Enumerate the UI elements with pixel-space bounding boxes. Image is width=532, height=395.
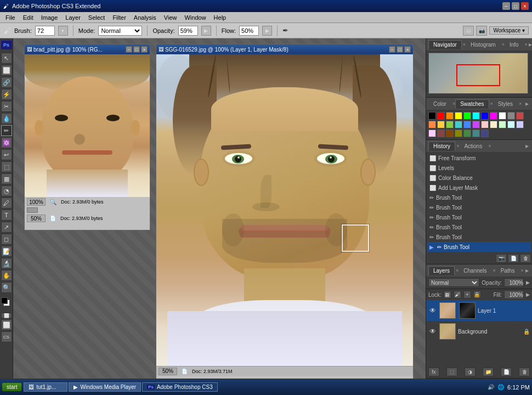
menu-select[interactable]: Select [85, 13, 109, 22]
opacity-input[interactable] [178, 26, 198, 36]
opacity-arrow-btn[interactable]: ▶ [201, 26, 211, 36]
history-item-2[interactable]: ⬜ Color Balance [427, 173, 531, 183]
taskbar-item-ps[interactable]: Ps Adobe Photoshop CS3 [142, 382, 218, 392]
swatch-black[interactable] [428, 112, 436, 120]
layer-item-1[interactable]: 👁 Layer 1 [426, 300, 532, 321]
paths-tab-close[interactable]: × [520, 268, 523, 273]
screen-mode-btn[interactable]: ⬜ [1, 319, 12, 330]
swatch-yellow[interactable] [455, 112, 462, 120]
eraser-btn[interactable]: ⬚ [1, 161, 12, 172]
menu-edit[interactable]: Edit [20, 13, 37, 22]
swatch-2[interactable] [428, 121, 436, 128]
eyedropper-btn[interactable]: 💧 [1, 113, 12, 124]
fill-input[interactable] [504, 290, 524, 299]
path-select-btn[interactable]: ↗ [1, 222, 12, 233]
history-delete-btn[interactable]: 🗑 [520, 254, 531, 263]
lock-transparent-btn[interactable]: ▦ [444, 291, 451, 298]
swatches-tab[interactable]: Swatches [455, 99, 489, 109]
lock-all-btn[interactable]: 🔒 [473, 291, 481, 298]
swatch-17[interactable] [463, 129, 471, 137]
history-item-0[interactable]: ⬜ Free Transform [427, 153, 531, 163]
doc1-hscrollbar[interactable] [25, 207, 150, 213]
swatch-4[interactable] [446, 121, 454, 128]
new-layer-btn[interactable]: 📄 [501, 368, 512, 376]
doc1-scroll-track[interactable] [38, 207, 150, 213]
move-tool-btn[interactable]: ↖ [1, 53, 12, 64]
swatch-5[interactable] [455, 121, 462, 128]
swatch-11[interactable] [507, 121, 515, 128]
color-swatches[interactable] [1, 297, 12, 308]
swatch-6[interactable] [463, 121, 471, 128]
color-panel-arrow[interactable]: ▶ [524, 101, 530, 106]
type-tool-btn[interactable]: T [1, 210, 12, 221]
lock-position-btn[interactable]: + [463, 291, 471, 298]
notes-btn[interactable]: 📝 [1, 246, 12, 257]
info-tab[interactable]: Info [505, 40, 524, 49]
menu-layer[interactable]: Layer [62, 13, 84, 22]
minimize-button[interactable]: − [502, 2, 510, 10]
shape-tool-btn[interactable]: ◻ [1, 234, 12, 245]
menu-window[interactable]: Window [181, 13, 209, 22]
doc1-close-btn[interactable]: × [141, 46, 148, 53]
menu-filter[interactable]: Filter [109, 13, 129, 22]
swatch-10[interactable] [499, 121, 506, 128]
navigator-tab[interactable]: Navigator [428, 40, 462, 49]
airbrush-icon[interactable]: ✒ [282, 26, 288, 35]
styles-tab-close[interactable]: × [519, 101, 522, 106]
layers-tab[interactable]: Layers [428, 266, 455, 275]
histogram-tab[interactable]: Histogram [466, 40, 501, 49]
lasso-tool-btn[interactable]: 🔗 [1, 77, 12, 88]
zoom-btn[interactable]: 🔍 [1, 282, 12, 293]
channels-tab[interactable]: Channels [459, 266, 491, 275]
layer-opacity-input[interactable] [504, 278, 524, 287]
delete-layer-btn[interactable]: 🗑 [519, 368, 530, 376]
history-tab[interactable]: History [428, 142, 455, 151]
start-button[interactable]: start [2, 383, 21, 391]
swatch-cyan[interactable] [472, 112, 480, 120]
paths-tab[interactable]: Paths [496, 266, 520, 275]
layer-item-background[interactable]: 👁 Background 🔒 [426, 321, 532, 342]
swatch-8[interactable] [481, 121, 489, 128]
layer-group-btn[interactable]: 📁 [483, 368, 494, 376]
doc1-scroll-thumb[interactable] [27, 207, 38, 213]
history-item-7[interactable]: ✏ Brush Tool [427, 222, 531, 232]
taskbar-item-tut[interactable]: 🖼 tut1.jp... [24, 382, 67, 392]
color-tab[interactable]: Color [428, 99, 451, 109]
menu-help[interactable]: Help [211, 13, 230, 22]
crop-tool-btn[interactable]: ✂ [1, 101, 12, 112]
doc1-zoom-input[interactable] [27, 198, 46, 206]
swatch-green[interactable] [463, 112, 471, 120]
swatch-orange[interactable] [446, 112, 454, 120]
swatch-12[interactable] [516, 121, 524, 128]
adjustment-layer-btn[interactable]: ◑ [465, 368, 476, 376]
actions-tab-close[interactable]: × [488, 143, 491, 149]
navigator-panel-arrow[interactable]: ▶ [528, 42, 532, 47]
history-item-3[interactable]: ⬜ Add Layer Mask [427, 183, 531, 193]
eyedropper2-btn[interactable]: 🔬 [1, 258, 12, 269]
doc2-minimize-btn[interactable]: − [389, 46, 395, 53]
clone-stamp-btn[interactable]: 🔯 [1, 137, 12, 148]
doc1-zoom-icon[interactable]: 🔍 [50, 199, 56, 205]
swatch-19[interactable] [481, 129, 489, 137]
menu-view[interactable]: View [161, 13, 180, 22]
actions-tab[interactable]: Actions [459, 142, 487, 151]
doc2-close-btn[interactable]: × [404, 46, 411, 53]
brush-tool-btn[interactable]: ✏ [1, 125, 12, 136]
history-create-snapshot-btn[interactable]: 📷 [496, 254, 507, 263]
lock-image-btn[interactable]: 🖌 [454, 291, 461, 298]
swatch-16[interactable] [455, 129, 462, 137]
dodge-btn[interactable]: ◔ [1, 185, 12, 196]
title-bar-controls[interactable]: − □ × [502, 2, 529, 10]
gradient-btn[interactable]: ▦ [1, 173, 12, 184]
doc2-btns[interactable]: − □ × [389, 46, 411, 53]
history-brush-btn[interactable]: ↩ [1, 149, 12, 160]
swatch-15[interactable] [446, 129, 454, 137]
swatch-magenta[interactable] [490, 112, 497, 120]
layer-style-btn[interactable]: fx [428, 368, 439, 376]
maximize-button[interactable]: □ [512, 2, 519, 10]
flow-input[interactable] [239, 26, 259, 36]
doc2-maximize-btn[interactable]: □ [397, 46, 403, 53]
quick-mask-btn[interactable]: ⬜ [1, 313, 12, 318]
panel-icon1[interactable]: 🗂 [463, 26, 474, 36]
swatch-1[interactable] [516, 112, 524, 120]
